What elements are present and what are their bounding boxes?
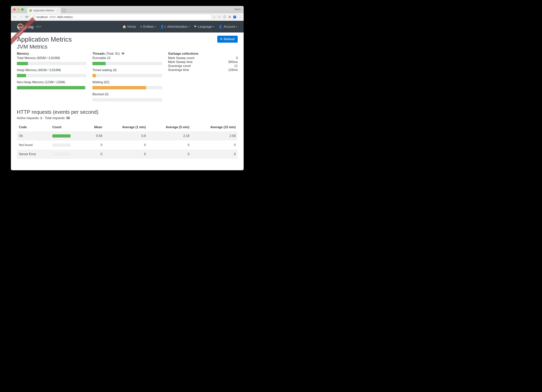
- gc-label: Scavenge time: [168, 68, 189, 72]
- http-header: Mean: [85, 123, 104, 131]
- spring-favicon-icon: [29, 9, 32, 12]
- http-a1: 0.9: [104, 131, 148, 140]
- chrome-menu-button[interactable]: ⋮: [239, 15, 242, 19]
- thread-label: Timed waiting (4): [92, 68, 162, 72]
- tab-close-button[interactable]: ×: [57, 9, 59, 12]
- gc-row: Mark Sweep count3: [168, 56, 238, 60]
- progress-bar: [92, 62, 106, 65]
- extension-b-icon[interactable]: !: [233, 16, 236, 18]
- thread-progress: [92, 98, 162, 102]
- chevron-down-icon: ▾: [189, 26, 190, 28]
- nav-label: Language: [198, 25, 212, 28]
- gc-title: Garbage collections: [168, 52, 238, 55]
- gc-row: Scavenge count11: [168, 64, 238, 68]
- url-port: :8080: [49, 16, 56, 19]
- table-row: Ok 0.56 0.9 2.18 2.58: [17, 131, 238, 140]
- chevron-down-icon: ▾: [155, 26, 156, 28]
- http-count: [50, 140, 85, 150]
- progress-bar: [92, 74, 96, 77]
- http-a5: 0: [148, 150, 191, 159]
- progress-bar: [17, 74, 26, 77]
- thread-label: Waiting (62): [92, 81, 162, 84]
- browser-tab[interactable]: Application Metrics ×: [27, 8, 60, 13]
- http-a5: 0: [148, 140, 191, 150]
- tab-title: Application Metrics: [33, 9, 54, 12]
- nav-label: Administration: [167, 25, 187, 28]
- gc-column: Garbage collections Mark Sweep count3Mar…: [168, 52, 238, 105]
- reload-button[interactable]: ⟳: [25, 15, 29, 19]
- chevron-down-icon: ▾: [236, 26, 237, 28]
- back-button[interactable]: ←: [13, 15, 17, 19]
- address-bar[interactable]: i localhost:8080/#/jhi-metrics: [31, 14, 211, 20]
- eye-icon[interactable]: 👁: [122, 52, 125, 55]
- memory-progress: [17, 62, 87, 65]
- chrome-tab-bar: Application Metrics × Demo: [11, 6, 244, 13]
- thread-label: Runnable 15: [92, 56, 162, 60]
- app-navbar: Blog v0.0.0 🏠Home≡Entities▾👤+Administrat…: [11, 21, 244, 32]
- user-plus-icon: 👤+: [160, 25, 166, 28]
- url-path: /#/jhi-metrics: [57, 16, 73, 19]
- http-mean: 0.56: [85, 131, 104, 140]
- http-header: Code: [17, 123, 50, 131]
- list-icon: ≡: [140, 25, 142, 28]
- page-content: Application Metrics JVM Metrics ⟳ Refres…: [11, 32, 244, 170]
- http-header: Average (15 min): [191, 123, 238, 131]
- http-header: Average (1 min): [104, 123, 148, 131]
- memory-title: Memory: [17, 52, 87, 55]
- memory-progress: [17, 86, 87, 89]
- table-row: Server Error 0 0 0 0: [17, 150, 238, 159]
- thread-label: Blocked (0): [92, 92, 162, 96]
- nav-item-home[interactable]: 🏠Home: [122, 25, 136, 28]
- http-a15: 0: [191, 140, 238, 150]
- nav-item-language[interactable]: ⚑Language▾: [194, 25, 214, 28]
- extension-a-icon[interactable]: A: [228, 15, 231, 19]
- flag-icon: ⚑: [194, 25, 197, 28]
- progress-bar: [92, 86, 146, 89]
- refresh-button[interactable]: ⟳ Refresh: [217, 36, 238, 43]
- home-icon: 🏠: [122, 25, 126, 28]
- http-a1: 0: [104, 150, 148, 159]
- nav-item-account[interactable]: 👤Account▾: [218, 25, 237, 28]
- brand-version: v0.0.0: [36, 26, 41, 28]
- page-title: Application Metrics: [17, 36, 72, 43]
- window-minimize-button[interactable]: [17, 8, 20, 11]
- progress-bar: [52, 134, 70, 138]
- http-code: Ok: [17, 131, 50, 140]
- refresh-icon: ⟳: [220, 37, 223, 41]
- thread-progress: [92, 74, 162, 77]
- demo-badge: Demo: [234, 8, 241, 11]
- http-header: Average (5 min): [148, 123, 191, 131]
- http-a15: 0: [191, 150, 238, 159]
- gc-label: Scavenge count: [168, 64, 191, 68]
- browser-window: Application Metrics × Demo ← → ⟳ i local…: [11, 6, 244, 170]
- key-icon[interactable]: ⌁: [213, 15, 215, 19]
- http-mean: 0: [85, 150, 104, 159]
- gc-value: 126ms: [228, 68, 238, 72]
- window-close-button[interactable]: [13, 8, 16, 11]
- gc-row: Scavenge time126ms: [168, 68, 238, 72]
- progress-bar: [17, 62, 28, 65]
- thread-progress: [92, 86, 162, 89]
- memory-label: Heap Memory (481M / 3,818M): [17, 68, 87, 72]
- chevron-down-icon: ▾: [213, 26, 214, 28]
- http-count: [50, 131, 85, 140]
- gc-value: 3: [236, 56, 238, 60]
- thread-rows: Runnable 15 Timed waiting (4) Waiting (6…: [92, 56, 162, 102]
- memory-progress: [17, 74, 87, 77]
- gc-value: 300ms: [228, 60, 238, 64]
- http-code: Not found: [17, 140, 50, 150]
- forward-button[interactable]: →: [19, 15, 23, 19]
- nav-item-administration[interactable]: 👤+Administration▾: [160, 25, 190, 28]
- nav-item-entities[interactable]: ≡Entities▾: [140, 25, 156, 28]
- threads-title: Threads (Total: 81) 👁: [92, 52, 162, 55]
- nav-label: Home: [127, 25, 136, 28]
- thread-progress: [92, 62, 162, 65]
- http-table: CodeCountMeanAverage (1 min)Average (5 m…: [17, 123, 238, 159]
- table-row: Not found 0 0 0 0: [17, 140, 238, 150]
- memory-label: Total Memory (605M / 3,818M): [17, 56, 87, 60]
- page-info-icon[interactable]: i: [223, 16, 226, 18]
- bookmark-icon[interactable]: ☆: [218, 15, 220, 19]
- http-count: [50, 150, 85, 159]
- new-tab-button[interactable]: [62, 9, 66, 12]
- window-maximize-button[interactable]: [21, 8, 24, 11]
